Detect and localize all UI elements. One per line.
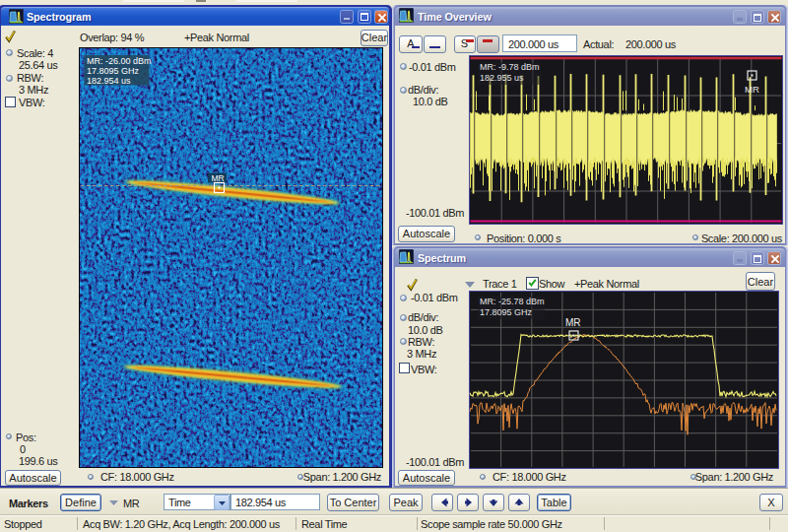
svg-text:MR: -25.78 dBm: MR: -25.78 dBm bbox=[480, 297, 545, 306]
svg-text:MR: MR bbox=[745, 84, 759, 95]
svg-text:182.955 us: 182.955 us bbox=[480, 73, 524, 83]
svg-text:MR: -9.78 dBm: MR: -9.78 dBm bbox=[480, 62, 540, 72]
svg-text:182.954 us: 182.954 us bbox=[87, 76, 131, 86]
svg-text:MR: MR bbox=[565, 317, 581, 328]
svg-text:MR: -26.00 dBm: MR: -26.00 dBm bbox=[87, 56, 152, 66]
svg-text:17.8095 GHz: 17.8095 GHz bbox=[480, 307, 533, 317]
svg-text:MR: MR bbox=[212, 173, 225, 183]
svg-text:17.8095 GHz: 17.8095 GHz bbox=[87, 66, 140, 76]
